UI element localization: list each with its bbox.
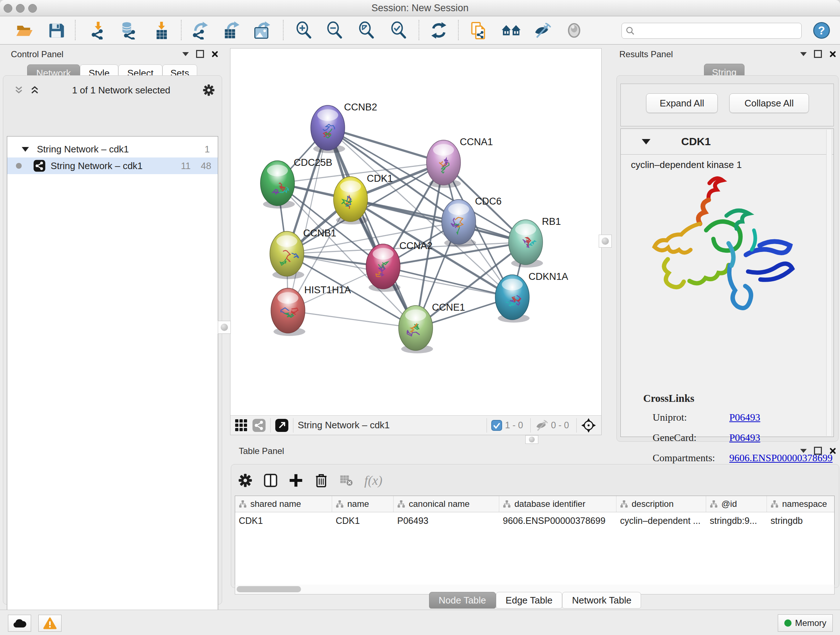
table-cell[interactable]: P06493	[393, 512, 499, 529]
node-HIST1H1A[interactable]	[271, 288, 305, 336]
create-column-plus-icon[interactable]	[288, 473, 303, 488]
network-collection-row[interactable]: String Network – cdk1 1	[7, 141, 218, 157]
expand-all-chevrons-icon[interactable]	[29, 85, 40, 96]
collapse-all-button[interactable]: Collapse All	[729, 93, 809, 113]
collapse-triangle-icon[interactable]	[642, 139, 651, 144]
table-cell[interactable]: stringdb	[767, 512, 835, 529]
column-header--id[interactable]: @id	[706, 496, 767, 512]
import-network-icon[interactable]	[90, 21, 108, 40]
help-icon[interactable]: ?	[813, 21, 831, 40]
node-label-RB1: RB1	[542, 216, 561, 227]
scrollbar-thumb[interactable]	[237, 586, 301, 592]
cloud-status-button[interactable]	[8, 615, 31, 632]
right-splitter-grip[interactable]	[599, 234, 612, 248]
node-CDKN1A[interactable]	[495, 275, 530, 323]
column-header-namespace[interactable]: namespace	[767, 496, 835, 512]
zoom-in-icon[interactable]	[295, 21, 313, 40]
panel-close-icon[interactable]	[829, 448, 836, 454]
export-image-icon[interactable]	[253, 21, 271, 40]
node-CDC25B[interactable]	[261, 161, 295, 209]
panel-float-icon[interactable]	[196, 50, 204, 58]
panel-menu-icon[interactable]	[800, 52, 807, 56]
crosslink-value-link[interactable]: P06493	[729, 432, 760, 443]
left-splitter-grip[interactable]	[218, 321, 231, 334]
bottom-splitter-grip[interactable]	[525, 435, 538, 444]
export-table-icon[interactable]	[223, 21, 240, 40]
edge-CCNB2-CCNE1[interactable]	[328, 128, 416, 328]
panel-menu-icon[interactable]	[182, 52, 189, 56]
import-table-icon[interactable]	[153, 21, 171, 40]
tab-network-table[interactable]: Network Table	[562, 592, 641, 608]
column-header-description[interactable]: description	[616, 496, 706, 512]
column-header-shared-name[interactable]: shared name	[235, 496, 332, 512]
svg-text:?: ?	[818, 24, 825, 37]
search-input[interactable]	[635, 24, 801, 37]
panel-close-icon[interactable]	[829, 51, 836, 57]
node-table: shared namenamecanonical namedatabase id…	[235, 496, 835, 585]
node-CCNA2[interactable]	[366, 244, 401, 292]
node-RB1[interactable]	[508, 220, 543, 268]
node-CCNB1[interactable]	[270, 231, 304, 279]
column-header-canonical-name[interactable]: canonical name	[393, 496, 499, 512]
search-box[interactable]	[622, 23, 802, 39]
share-file-icon[interactable]	[470, 21, 488, 40]
zoom-selected-icon[interactable]	[390, 21, 408, 40]
refresh-icon[interactable]	[430, 21, 448, 40]
birds-eye-view-icon[interactable]	[275, 418, 289, 432]
show-columns-icon[interactable]	[263, 473, 278, 488]
tree-expander-icon[interactable]	[22, 147, 29, 152]
table-cell[interactable]: CDK1	[332, 512, 393, 529]
warnings-button[interactable]	[38, 615, 62, 632]
panel-float-icon[interactable]	[814, 447, 822, 455]
node-CCNE1[interactable]	[399, 306, 433, 353]
column-header-database-identifier[interactable]: database identifier	[499, 496, 616, 512]
network-view-panel[interactable]: CCNB2CCNA1CDC25BCDK1CDC6RB1CCNB1CCNA2CDK…	[230, 48, 602, 435]
results-scrollbar[interactable]	[826, 130, 832, 436]
network-canvas[interactable]: CCNB2CCNA1CDC25BCDK1CDC6RB1CCNB1CCNA2CDK…	[231, 49, 601, 416]
selected-checkbox-icon[interactable]	[491, 420, 502, 431]
node-label-CCNB2: CCNB2	[344, 102, 377, 112]
panel-menu-icon[interactable]	[800, 449, 807, 453]
grid-view-icon[interactable]	[235, 419, 248, 432]
export-network-icon[interactable]	[192, 21, 210, 40]
string-style-icon[interactable]	[252, 418, 266, 432]
network-options-gear-icon[interactable]	[202, 84, 215, 97]
show-all-icon[interactable]	[565, 21, 583, 40]
table-options-gear-icon[interactable]	[238, 473, 253, 488]
table-row[interactable]: CDK1CDK1P064939606.ENSP00000378699cyclin…	[235, 512, 834, 529]
collapse-all-chevrons-icon[interactable]	[13, 85, 24, 96]
table-cell[interactable]: cyclin–dependent ...	[616, 512, 706, 529]
edge-HIST1H1A-CCNE1[interactable]	[288, 310, 416, 328]
column-header-name[interactable]: name	[332, 496, 393, 512]
cdk1-card-header[interactable]: CDK1	[621, 129, 834, 155]
table-cell[interactable]: 9606.ENSP00000378699	[499, 512, 616, 529]
panel-close-icon[interactable]	[211, 51, 218, 57]
node-CDC6[interactable]	[442, 200, 476, 247]
save-session-icon[interactable]	[47, 21, 65, 40]
expand-all-button[interactable]: Expand All	[646, 93, 718, 113]
hide-selected-icon[interactable]	[533, 21, 551, 40]
edge-CCNB2-HIST1H1A[interactable]	[288, 128, 328, 310]
zoom-out-icon[interactable]	[325, 21, 344, 40]
node-CCNB2[interactable]	[311, 105, 345, 153]
edge-CCNA2-CDKN1A[interactable]	[383, 266, 512, 297]
crosslink-value-link[interactable]: P06493	[729, 412, 760, 423]
table-cell[interactable]: CDK1	[235, 512, 332, 529]
table-cell[interactable]: stringdb:9...	[706, 512, 767, 529]
edge-CCNB2-CCNA1[interactable]	[328, 128, 444, 163]
node-CCNA1[interactable]	[426, 140, 461, 188]
tab-node-table[interactable]: Node Table	[429, 592, 496, 608]
import-network-from-database-icon[interactable]	[120, 21, 139, 40]
houses-icon[interactable]	[501, 21, 522, 40]
memory-button[interactable]: Memory	[778, 614, 833, 632]
node-CDK1[interactable]	[333, 177, 368, 225]
delete-column-trash-icon[interactable]	[314, 473, 329, 488]
tab-edge-table[interactable]: Edge Table	[496, 592, 562, 608]
open-session-icon[interactable]	[15, 21, 33, 40]
table-tabs: Node Table Edge Table Network Table	[230, 592, 840, 608]
panel-float-icon[interactable]	[814, 50, 822, 58]
fit-content-crosshair-icon[interactable]	[581, 418, 596, 433]
zoom-fit-icon[interactable]	[357, 21, 376, 40]
network-row-selected[interactable]: String Network – cdk1 11 48	[7, 157, 218, 174]
hidden-elements-icon[interactable]	[535, 419, 548, 432]
